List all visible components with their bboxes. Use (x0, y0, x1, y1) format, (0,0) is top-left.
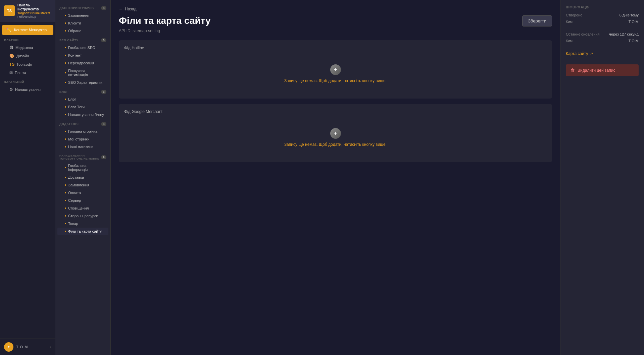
sidebar-item-torgsoft[interactable]: TS Торгсофт (2, 60, 53, 68)
seo-badge: 5 (101, 38, 106, 42)
feed-hotline-empty: + Запису ще немає. Щоб додати, натисніть… (124, 54, 547, 93)
feed-hotline-section: Фід Hotline + Запису ще немає. Щоб додат… (119, 40, 552, 99)
middle-item-global-info[interactable]: Глобальна інформація (57, 162, 108, 173)
dot-icon (65, 99, 66, 100)
sidebar-item-design[interactable]: 🎨 Дизайн (2, 52, 53, 60)
dot-icon (65, 72, 66, 73)
page-title: Філи та карта сайту (119, 15, 211, 26)
middle-item-our-stores[interactable]: Наші магазини (57, 143, 108, 151)
page-api-id: API ID: sitemap-setting (119, 28, 160, 33)
delete-label: Видалити цей запис (578, 68, 615, 73)
seo-section-label: SEO САЙТУ 5 (55, 35, 110, 44)
info-divider (566, 28, 639, 28)
middle-panel: ДАНІ КОРИСТУВАЧІВ 3 Замовлення Клієнти О… (55, 0, 111, 355)
app-title-block: Панель інструментів Torgsoft Online Mark… (17, 3, 51, 18)
feed-google-label: Фід Google Merchant (124, 109, 547, 114)
middle-item-global-seo[interactable]: Глобальне SEO (57, 44, 108, 51)
user-name: T O M (16, 345, 28, 349)
dot-icon (65, 167, 66, 168)
middle-item-third-party[interactable]: Сторонні ресурси (57, 212, 108, 220)
info-by2-row: Ким T O M (566, 39, 639, 43)
middle-item-favorites[interactable]: Обране (57, 27, 108, 35)
by-val: T O M (629, 20, 639, 24)
middle-item-home-page[interactable]: Головна сторінка (57, 128, 108, 135)
sidebar-item-label: Дизайн (16, 54, 29, 58)
middle-item-search-opt[interactable]: Пошукова оптимізація (57, 67, 108, 78)
info-by-row: Ким T O M (566, 20, 639, 24)
dot-icon (65, 208, 66, 209)
sidebar-item-label: Контент Менеджер (14, 28, 47, 32)
sidebar-item-label: Торгсофт (16, 62, 32, 66)
dot-icon (65, 146, 66, 147)
right-panel: ІНФОРМАЦІЯ Створено 6 днів тому Ким T O … (560, 0, 644, 355)
sidebar-item-content-manager[interactable]: ✏️ Контент Менеджер (2, 25, 53, 35)
dot-icon (65, 30, 66, 32)
middle-item-notifications[interactable]: Сповіщення (57, 204, 108, 212)
middle-item-clients[interactable]: Клієнти (57, 19, 108, 27)
feed-hotline-empty-text: Запису ще немає. Щоб додати, натисніть к… (284, 78, 387, 83)
middle-item-orders2[interactable]: Замовлення (57, 181, 108, 189)
middle-item-server[interactable]: Сервер (57, 197, 108, 204)
last-update-val: через 127 секунд (609, 32, 639, 36)
dot-icon (65, 47, 66, 48)
dot-icon (65, 15, 66, 16)
delete-button[interactable]: 🗑 Видалити цей запис (566, 64, 639, 76)
gear-icon: ⚙ (9, 87, 13, 92)
created-key: Створено (566, 13, 582, 17)
dot-icon (65, 138, 66, 140)
dot-icon (65, 177, 66, 178)
middle-item-redirect[interactable]: Переадресація (57, 59, 108, 67)
sidebar-nav: ✏️ Контент Менеджер ПЛАГІНИ 🖼 Медіатека … (0, 22, 55, 339)
sidebar-item-label: Пошта (15, 71, 26, 75)
external-link-icon: ↗ (590, 52, 593, 56)
info-section-label: ІНФОРМАЦІЯ (566, 5, 639, 9)
last-update-key: Останнє оновлення (566, 32, 599, 36)
app-name: Torgsoft Online Market (17, 11, 51, 15)
feed-google-empty-text: Запису ще немає. Щоб додати, натисніть к… (284, 142, 387, 147)
torgsoft-icon: TS (9, 62, 14, 67)
dot-icon (65, 131, 66, 132)
trash-icon: 🗑 (571, 68, 575, 73)
info-divider-3 (566, 60, 639, 60)
middle-item-orders[interactable]: Замовлення (57, 12, 108, 19)
feed-google-empty: + Запису ще немає. Щоб додати, натисніть… (124, 118, 547, 157)
dot-icon (65, 184, 66, 186)
sidebar-item-media[interactable]: 🖼 Медіатека (2, 44, 53, 52)
sidebar-footer: T T O M ‹ (0, 339, 55, 355)
sidebar-item-settings[interactable]: ⚙ Налаштування (2, 85, 53, 94)
middle-item-blog-tags[interactable]: Блог Теги (57, 103, 108, 111)
mail-icon: ✉ (9, 70, 13, 75)
app-logo: TS (4, 5, 15, 16)
media-icon: 🖼 (9, 45, 13, 50)
middle-item-delivery[interactable]: Доставка (57, 174, 108, 181)
middle-item-seo-chars[interactable]: SEO Характеристик (57, 79, 108, 86)
sidebar-item-label: Налаштування (15, 87, 41, 92)
dot-icon (65, 62, 66, 64)
blog-section-label: БЛОГ 3 (55, 86, 110, 95)
middle-item-blog[interactable]: Блог (57, 96, 108, 103)
back-link[interactable]: ← Назад (119, 7, 552, 11)
page-header: Філи та карта сайту API ID: sitemap-sett… (119, 15, 552, 34)
additional-badge: 3 (101, 122, 106, 126)
middle-item-my-pages[interactable]: Мої сторінки (57, 135, 108, 143)
info-last-update-row: Останнє оновлення через 127 секунд (566, 32, 639, 36)
sitemap-link[interactable]: Карта сайту ↗ (566, 51, 639, 56)
dot-icon (65, 106, 66, 108)
by2-val: T O M (629, 39, 639, 43)
add-google-button[interactable]: + (330, 128, 341, 139)
dot-icon (65, 82, 66, 83)
middle-item-payment[interactable]: Оплата (57, 189, 108, 196)
user-data-badge: 3 (101, 6, 106, 10)
add-hotline-button[interactable]: + (330, 64, 341, 75)
sidebar-header: TS Панель інструментів Torgsoft Online M… (0, 0, 55, 22)
middle-item-product[interactable]: Товар (57, 220, 108, 227)
feed-hotline-label: Фід Hotline (124, 46, 547, 50)
sidebar-item-label: Медіатека (15, 46, 33, 50)
middle-item-feeds-sitemap[interactable]: Філи та карта сайту (57, 228, 108, 235)
save-button[interactable]: Зберегти (522, 15, 552, 26)
middle-item-content[interactable]: Контент (57, 52, 108, 59)
sidebar-item-mail[interactable]: ✉ Пошта (2, 69, 53, 77)
collapse-sidebar-button[interactable]: ‹ (50, 344, 51, 350)
middle-item-blog-settings[interactable]: Налаштування блогу (57, 111, 108, 118)
dot-icon (65, 55, 66, 56)
